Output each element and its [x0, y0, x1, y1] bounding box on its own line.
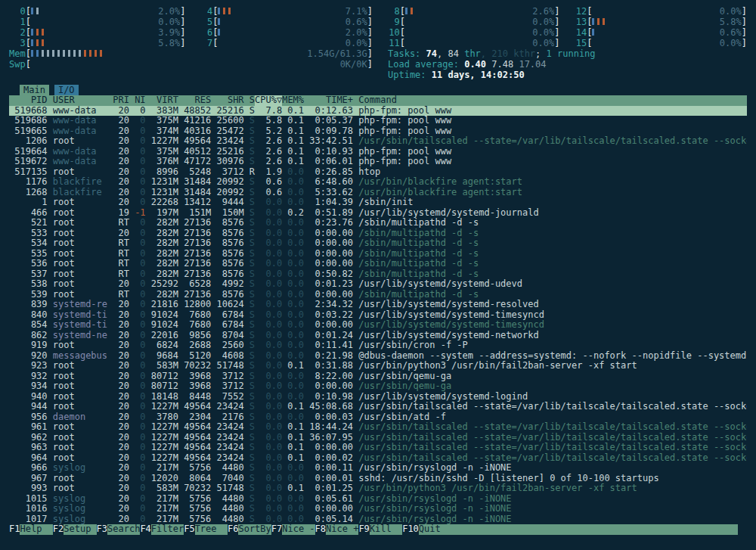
tasks-summary: Tasks: 74, 84 thr, 210 kthr; 1 running: [383, 48, 747, 59]
meter-label: 9: [383, 17, 400, 27]
process-row[interactable]: 923root200583M7023251748S0.00.10:31.88/u…: [9, 361, 747, 371]
column-header-virt[interactable]: VIRT: [146, 95, 178, 106]
meter-value: 1.54G/61.3G: [307, 48, 367, 59]
table-header-row: PIDUSERPRINIVIRTRESSHRSCPU%▽MEM%TIME+Com…: [9, 95, 747, 106]
column-header-cpu[interactable]: CPU%▽: [255, 95, 282, 106]
meter-value: 0.0%: [532, 27, 554, 38]
screen-tabs: MainI/O: [9, 85, 747, 95]
meter-value: 0.0%: [532, 17, 554, 27]
column-header-pri[interactable]: PRI: [107, 95, 129, 106]
fn-filter[interactable]: Filter: [151, 524, 184, 535]
process-row[interactable]: 961root2001227M4956423424S0.00.118:44.24…: [9, 422, 747, 433]
process-row[interactable]: 517135root200899652483712R1.90.00:26.85h…: [9, 167, 747, 178]
meter-value: 0.0%: [532, 38, 554, 48]
meter-bars: [592, 27, 597, 38]
meter-bars: [31, 48, 105, 59]
process-row[interactable]: 539rootRT0282M271368576S0.00.00:00.00/sb…: [9, 290, 747, 300]
process-row[interactable]: 932root2008071239683712S0.00.08:22.00/us…: [9, 371, 747, 382]
meter-label: 13: [571, 17, 587, 27]
swap-meter: Swp[0K/0K]: [9, 59, 373, 70]
process-row[interactable]: 1176blackfire2001231M3148420992S0.60.06:…: [9, 177, 747, 188]
process-row[interactable]: 519668www-data200383M4885225216S7.80.10:…: [9, 106, 747, 117]
process-row[interactable]: 519664www-data200375M4051225216S2.60.10:…: [9, 147, 747, 157]
fn-help[interactable]: Help: [20, 524, 52, 535]
fn-setup[interactable]: Setup: [64, 524, 96, 535]
meter-value: 0.6%: [345, 17, 367, 27]
process-row[interactable]: 519665www-data200374M4031625472S5.20.10:…: [9, 126, 747, 137]
process-row[interactable]: 536rootRT0282M271368576S0.00.00:00.00/sb…: [9, 259, 747, 269]
fn-quit[interactable]: Quit: [419, 524, 451, 535]
process-row[interactable]: 854systemd-ti2009102476806784S0.00.00:00…: [9, 320, 747, 331]
fnbar-fill: [451, 524, 738, 535]
cpu-meter-14: 14[0.6%]: [571, 27, 748, 38]
process-row[interactable]: 966syslog200217M57564480S0.00.00:00.11/u…: [9, 463, 747, 474]
process-row[interactable]: 993root200583M7023251748S0.00.10:01.25/u…: [9, 483, 747, 494]
process-row[interactable]: 1017syslog200217M57564480S0.00.00:05.14/…: [9, 514, 747, 525]
process-row[interactable]: 1206root2001227M4956423424S2.60.133:42.5…: [9, 136, 747, 147]
column-header-ni[interactable]: NI: [129, 95, 146, 106]
fnkey-f9: F9: [358, 524, 369, 535]
cpu-meter-5: 5[0.6%]: [197, 17, 373, 27]
process-row[interactable]: 538root2002529265284992S0.00.00:01.23/us…: [9, 279, 747, 290]
tab-main[interactable]: Main: [20, 85, 49, 95]
memory-meter: Mem[1.54G/61.3G]: [9, 48, 373, 59]
process-row[interactable]: 1016syslog200217M57564480S0.00.00:00.00/…: [9, 504, 747, 514]
process-row[interactable]: 967root2001202080647040S0.00.00:00.01ssh…: [9, 474, 747, 484]
meter-label: 6: [197, 27, 213, 38]
meter-value: 0.6%: [720, 27, 742, 38]
column-header-user[interactable]: USER: [53, 95, 107, 106]
column-header-mem[interactable]: MEM%: [282, 95, 304, 106]
column-header-pid[interactable]: PID: [9, 95, 48, 106]
cpu-meter-2: 2[3.9%]: [9, 27, 186, 38]
meter-label: 10: [383, 27, 400, 38]
process-row[interactable]: 519672www-data200376M4717230976S2.60.10:…: [9, 157, 747, 167]
fn-kill[interactable]: Kill: [370, 524, 402, 535]
meter-value: 5.8%: [720, 17, 742, 27]
meter-value: 7.1%: [345, 6, 367, 17]
meter-label: 15: [571, 38, 587, 48]
column-header-res[interactable]: RES: [178, 95, 211, 106]
column-header-s[interactable]: S: [244, 95, 255, 106]
meter-label: Mem: [9, 48, 26, 59]
process-row[interactable]: 862systemd-ne2002201698568704S0.00.00:01…: [9, 331, 747, 341]
process-row[interactable]: 535rootRT0282M271368576S0.00.00:00.00/sb…: [9, 249, 747, 259]
tab-io[interactable]: I/O: [54, 85, 79, 95]
process-row[interactable]: 956daemon200378023042176S0.00.00:00.03/u…: [9, 412, 747, 423]
column-header-command[interactable]: Command: [358, 95, 747, 106]
column-header-shr[interactable]: SHR: [211, 95, 243, 106]
process-row[interactable]: 962root2001227M4956423424S0.00.136:07.95…: [9, 433, 747, 443]
fn-search[interactable]: Search: [107, 524, 140, 535]
fn-nice-[interactable]: Nice -: [282, 524, 314, 535]
process-row[interactable]: 944root2001227M4956423424S0.00.145:08.68…: [9, 402, 747, 412]
cpu-meter-12: 12[0.0%]: [571, 6, 748, 17]
process-row[interactable]: 1root20022268134129444S0.00.01:04.39/sbi…: [9, 197, 747, 208]
fnkey-f3: F3: [97, 524, 107, 535]
meter-label: 3: [9, 38, 26, 48]
process-row[interactable]: 934root2008071239683712S0.00.00:00.00/us…: [9, 381, 747, 392]
fnkey-f10: F10: [402, 524, 419, 535]
fn-nice-[interactable]: Nice +: [326, 524, 358, 535]
fn-sortby[interactable]: SortBy: [238, 524, 271, 535]
process-row[interactable]: 964root2001227M4956423424S0.00.10:00.02/…: [9, 453, 747, 464]
process-row[interactable]: 920messagebus200968451204608S0.00.00:21.…: [9, 351, 747, 362]
meter-label: 14: [571, 27, 587, 38]
meter-label: 2: [9, 27, 26, 38]
process-row[interactable]: 840systemd-ti2009102476806784S0.00.00:03…: [9, 310, 747, 321]
process-row[interactable]: 919root200682426882560S0.00.00:11.41/usr…: [9, 340, 747, 351]
meter-label: Swp: [9, 59, 26, 70]
process-row[interactable]: 1268blackfire2001231M3148420992S0.60.05:…: [9, 188, 747, 198]
meter-value: 0.0%: [158, 17, 180, 27]
process-row[interactable]: 1015syslog200217M57564480S0.00.00:05.61/…: [9, 494, 747, 505]
process-row[interactable]: 839systemd-re200218161280010624S0.00.02:…: [9, 300, 747, 310]
column-header-time[interactable]: TIME+: [304, 95, 353, 106]
process-row[interactable]: 537rootRT0282M271368576S0.00.00:50.82/sb…: [9, 269, 747, 280]
process-row[interactable]: 963root2001227M4956423424S0.00.10:00.00/…: [9, 443, 747, 453]
process-row[interactable]: 519686www-data200375M4121625600S5.80.10:…: [9, 116, 747, 126]
process-row[interactable]: 533root200282M271368576S0.00.00:00.00/sb…: [9, 228, 747, 239]
process-row[interactable]: 534rootRT0282M271368576S0.00.00:00.00/sb…: [9, 238, 747, 249]
process-row[interactable]: 521rootRT0282M271368576S0.00.00:23.76/sb…: [9, 218, 747, 228]
process-row[interactable]: 466root19-1197M151M150MS0.00.20:51.89/us…: [9, 208, 747, 219]
fn-tree[interactable]: Tree: [195, 524, 228, 535]
process-row[interactable]: 940root2001814884487552S0.00.00:10.98/us…: [9, 392, 747, 402]
fnkey-f6: F6: [228, 524, 238, 535]
